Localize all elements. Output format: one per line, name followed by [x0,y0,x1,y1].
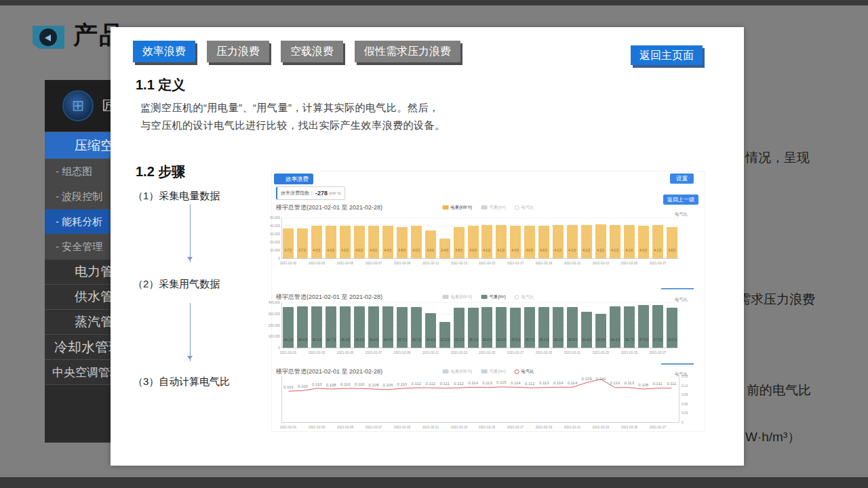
screenshot-module-badge: 效率浪费 [274,174,313,184]
y-axis-tick-label: 0 [266,346,280,350]
x-axis-tick-label: 2021-02-19 [536,426,553,429]
gridline [281,302,679,303]
bar-value-label: 36.2万 [355,338,364,342]
section-heading-definition: 1.1 定义 [136,76,185,94]
x-axis-tick-label: 2021-02-03 [309,262,326,265]
bar-value-label: 4.1万 [610,248,619,253]
right-axis-label: 电气比 [675,211,688,218]
app-logo-icon: ⊞ [62,90,94,121]
gridline [281,218,679,218]
y-axis-tick-label: 30,000 [266,232,280,236]
back-to-main-button[interactable]: 返回主页面 [631,45,703,65]
back-arrow-icon[interactable] [33,26,64,49]
x-axis-tick-label: 2021-02-19 [536,262,553,265]
x-axis-tick-label: 2021-02-05 [337,262,354,265]
tab-inactive[interactable]: 空载浪费 [281,41,343,62]
bar-value-label: 36.1万 [554,338,563,342]
bar-value-label: 35.8万 [483,338,492,342]
tab-inactive[interactable]: 假性需求压力浪费 [355,41,460,62]
bar [326,226,336,258]
settings-button: 设置 [670,174,694,184]
bar-value-label: 35.8万 [568,338,577,342]
bar-value-label: 4.0万 [526,248,534,253]
bar [595,314,606,348]
definition-line-1: 监测空压机的“用电量”、“用气量”，计算其实际的电气比。然后， [140,102,439,115]
legend-item: 电量(kW·h) [443,293,475,300]
right-axis-tick-label: 0 [682,421,694,424]
svg-text:0.108: 0.108 [326,383,337,387]
x-axis-tick-label: 2021-02-11 [422,426,439,429]
bar-value-label: 36.4万 [370,338,378,342]
svg-text:0.113: 0.113 [482,381,492,385]
legend-circle-swatch [514,369,519,374]
svg-text:0.112: 0.112 [426,382,436,386]
bar [510,226,521,258]
legend-rect-swatch [481,205,488,209]
bar-value-label: 4.1万 [568,248,577,253]
step-3: （3）自动计算电气比 [133,375,230,388]
gridline [281,348,679,348]
right-axis-tick-label: 0.09 [682,393,694,396]
svg-text:0.112: 0.112 [525,382,535,386]
chart-title: 楼宇总管道(2021-02-01 至 2021-02-28) [276,293,382,302]
bar-value-label: 4.1万 [483,248,492,253]
legend-label: 电气比 [521,205,534,211]
bar-value-label: 4.1万 [583,248,591,253]
x-axis-tick-label: 2021-02-21 [564,351,581,354]
x-axis-tick-label: 2021-02-05 [337,426,354,429]
x-axis-tick-label: 2021-02-27 [649,351,666,354]
step-1: （1）采集电量数据 [133,190,220,203]
x-axis-tick-label: 2021-02-07 [366,262,382,265]
x-axis-tick-label: 2021-02-17 [507,351,524,354]
embedded-screenshot: 效率浪费 效率浪费指数： -278 (kW·h) 设置 返回上一级 楼宇总管道(… [271,171,705,432]
legend-item: 电气比 [514,293,535,300]
svg-text:0.106: 0.106 [382,383,393,387]
legend-rect-swatch [481,295,488,299]
y-axis-tick-label: 100,000 [266,335,280,338]
background-text-fragment: 前的电气比 [747,382,811,399]
down-arrow-icon [190,303,191,361]
definition-line-2: 与空压机的设计电气比进行比较，找出实际产生效率浪费的设备。 [140,119,446,132]
legend-label: 电气比 [521,294,534,300]
legend-item: 电量(kW·h) [443,204,475,211]
bar-value-label: 4.1万 [497,248,506,253]
svg-text:0.111: 0.111 [653,382,663,386]
bar-value-label: 3.7万 [284,248,293,253]
legend-item: 气量(m³) [481,368,508,375]
bar-value-label: 4.0万 [469,248,477,253]
chart-plot: 400,000300,000200,000100,000036.1万36.6万3… [281,302,679,348]
x-axis-tick-label: 2021-02-01 [280,351,297,354]
x-axis-tick-label: 2021-02-13 [450,351,467,354]
legend-rect-swatch [443,369,449,373]
tab-active[interactable]: 效率浪费 [133,41,195,62]
bar [397,227,408,258]
y-axis-tick-label: 400,000 [266,301,280,304]
legend-label: 气量(m³) [490,369,506,375]
top-letterbox [0,0,868,5]
bar-value-label: 4.1万 [653,248,662,253]
bar [283,228,294,258]
down-arrow-icon [190,205,191,262]
y-axis-line [281,218,282,258]
bar [538,226,549,258]
background-text-fragment: 情况，呈现 [745,149,810,167]
x-axis-tick-label: 2021-02-11 [422,262,439,265]
waste-index-box: 效率浪费指数： -278 (kW·h) [276,186,345,200]
tab-inactive[interactable]: 压力浪费 [207,41,269,62]
x-axis-tick-label: 2021-02-17 [507,426,524,429]
separator-line [661,288,694,289]
bar-value-label: 4.0万 [341,248,350,253]
y-axis-tick-label: 10,000 [266,249,280,252]
bar-value-label: 36.2万 [341,338,350,342]
bar-value-label: 35.1万 [469,338,477,342]
bar [468,226,479,258]
background-text-fragment: W·h/m³） [745,428,800,446]
legend-label: 电量(kW·h) [451,294,473,300]
svg-text:0.108: 0.108 [368,383,379,387]
bar-value-label: 4.0万 [355,248,364,253]
section-heading-steps: 1.2 步骤 [136,163,185,181]
bar-value-label: 35.7万 [397,338,406,342]
legend-circle-swatch [514,295,519,300]
x-axis-tick-label: 2021-02-17 [507,262,524,265]
bar-value-label: 4.0万 [412,248,420,253]
